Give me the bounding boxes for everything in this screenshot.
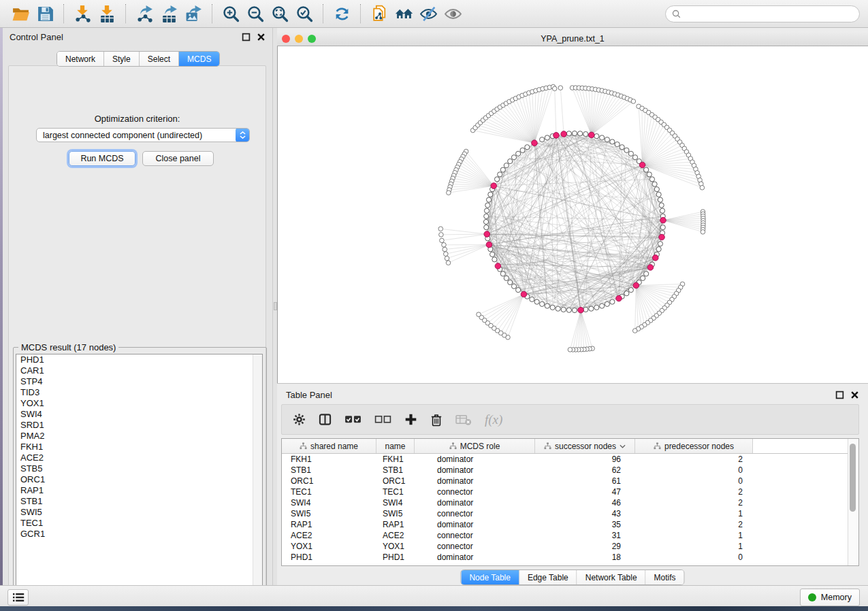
memory-button[interactable]: Memory (800, 589, 860, 606)
table-row[interactable]: SWI5SWI5connector431 (282, 508, 858, 519)
search-input[interactable] (685, 8, 853, 19)
export-network-button[interactable] (132, 3, 157, 24)
toggle-columns-button[interactable] (319, 413, 332, 426)
column-header-successor-nodes[interactable]: successor nodes (535, 439, 635, 453)
cell: ORC1 (282, 476, 376, 486)
toolbar-group-separator (212, 4, 212, 23)
memory-status-dot (808, 593, 816, 601)
tab-mcds[interactable]: MCDS (179, 52, 219, 66)
list-icon (12, 593, 25, 602)
table-row[interactable]: RAP1RAP1dominator352 (282, 519, 858, 530)
mcds-node-item: TID3 (16, 387, 262, 398)
zoom-selected-icon (295, 5, 314, 23)
open-session-button[interactable] (8, 3, 33, 24)
table-row[interactable]: PHD1PHD1dominator180 (282, 552, 858, 563)
cell: 96 (535, 455, 635, 464)
table-body: FKH1FKH1dominator962STB1STB1dominator620… (282, 454, 858, 563)
close-panel-button[interactable]: Close panel (142, 151, 214, 166)
tab-node-table[interactable]: Node Table (461, 570, 519, 584)
table-options-gear-button[interactable] (293, 413, 306, 426)
deselect-all-rows-button[interactable] (374, 413, 391, 426)
cell: 29 (535, 542, 635, 551)
cell: 46 (535, 498, 635, 508)
table-row[interactable]: ACE2ACE2connector311 (282, 530, 858, 541)
delete-columns-button[interactable] (430, 413, 443, 427)
show-hidden-icon (444, 5, 462, 23)
mcds-node-item: SRD1 (16, 420, 262, 431)
float-table-panel-icon[interactable] (835, 391, 844, 399)
table-header-row: shared namenameMCDS rolesuccessor nodesp… (282, 439, 858, 454)
first-neighbors-button[interactable] (391, 3, 416, 24)
import-table-icon (98, 5, 116, 23)
optimization-criterion-label: Optimization criterion: (9, 114, 266, 124)
hide-selected-button[interactable] (416, 3, 440, 24)
cell: 1 (635, 509, 753, 518)
zoom-out-button[interactable] (243, 3, 268, 24)
export-table-button[interactable] (157, 3, 181, 24)
node-table: shared namenameMCDS rolesuccessor nodesp… (281, 438, 859, 566)
tab-network-table[interactable]: Network Table (577, 570, 646, 584)
tab-edge-table[interactable]: Edge Table (519, 570, 577, 584)
network-graph[interactable] (278, 46, 867, 382)
table-row[interactable]: STB1STB1dominator620 (282, 465, 858, 476)
clone-network-button[interactable] (367, 3, 391, 24)
cell: 47 (535, 487, 635, 497)
table-row[interactable]: YOX1YOX1connector291 (282, 541, 858, 552)
cell: 62 (535, 465, 635, 475)
tab-motifs[interactable]: Motifs (646, 570, 684, 584)
zoom-fit-button[interactable] (268, 3, 292, 24)
select-all-rows-button[interactable] (344, 413, 361, 426)
task-history-button[interactable] (7, 589, 29, 606)
import-network-button[interactable] (70, 3, 95, 24)
cell: SWI5 (376, 509, 415, 518)
save-session-button[interactable] (33, 3, 57, 24)
cell: dominator (415, 498, 535, 508)
show-hidden-button[interactable] (440, 3, 465, 24)
import-table-button[interactable] (95, 3, 119, 24)
cell: 2 (635, 487, 753, 497)
mcds-result-list[interactable]: PHD1CAR1STP4TID3YOX1SWI4SRD1PMA2FKH1ACE2… (16, 354, 263, 597)
add-column-button[interactable] (404, 413, 417, 426)
apply-layout-button[interactable] (329, 3, 354, 24)
cell: 18 (535, 552, 635, 562)
cell: SWI5 (282, 509, 376, 518)
mcds-node-item: STP4 (16, 376, 262, 387)
export-table-icon (160, 5, 178, 23)
cell: RAP1 (376, 520, 415, 529)
tab-select[interactable]: Select (140, 52, 179, 66)
network-canvas[interactable] (277, 46, 868, 383)
run-mcds-button[interactable]: Run MCDS (69, 151, 135, 166)
column-label: MCDS role (460, 442, 500, 451)
float-window-icon[interactable] (242, 33, 251, 42)
network-view-frame: YPA_prune.txt_1 (277, 28, 868, 383)
column-header-predecessor-nodes[interactable]: predecessor nodes (635, 439, 753, 453)
tab-style[interactable]: Style (104, 52, 140, 66)
mcds-node-item: YOX1 (16, 398, 262, 409)
table-row[interactable]: SWI4SWI4dominator462 (282, 497, 858, 508)
table-row[interactable]: FKH1FKH1dominator962 (282, 454, 858, 465)
cell: 1 (635, 531, 753, 540)
close-panel-icon[interactable] (257, 33, 266, 42)
table-row[interactable]: ORC1ORC1dominator610 (282, 476, 858, 486)
zoom-fit-icon (271, 5, 289, 23)
control-panel-title: Control Panel (10, 32, 63, 42)
tab-network[interactable]: Network (57, 52, 104, 66)
search-box[interactable] (665, 5, 860, 22)
table-row[interactable]: TEC1TEC1connector472 (282, 486, 858, 497)
network-window-titlebar[interactable]: YPA_prune.txt_1 (277, 31, 868, 46)
zoom-selected-button[interactable] (292, 3, 317, 24)
optimization-criterion-dropdown[interactable]: largest connected component (undirected) (36, 128, 250, 142)
column-header-shared-name[interactable]: shared name (282, 439, 376, 453)
column-header-name[interactable]: name (376, 439, 415, 453)
column-header-MCDS-role[interactable]: MCDS role (415, 439, 535, 453)
cell: 2 (635, 455, 753, 464)
zoom-in-button[interactable] (219, 3, 243, 24)
cell: TEC1 (376, 487, 415, 497)
table-scrollbar-thumb[interactable] (850, 444, 856, 512)
toolbar-group-separator (125, 4, 126, 23)
mcds-list-scrollbar[interactable] (253, 354, 262, 597)
export-image-button[interactable] (181, 3, 206, 24)
close-table-panel-icon[interactable] (850, 391, 859, 399)
table-scrollbar[interactable] (848, 439, 858, 565)
table-toolbar: f(x) (281, 404, 859, 435)
